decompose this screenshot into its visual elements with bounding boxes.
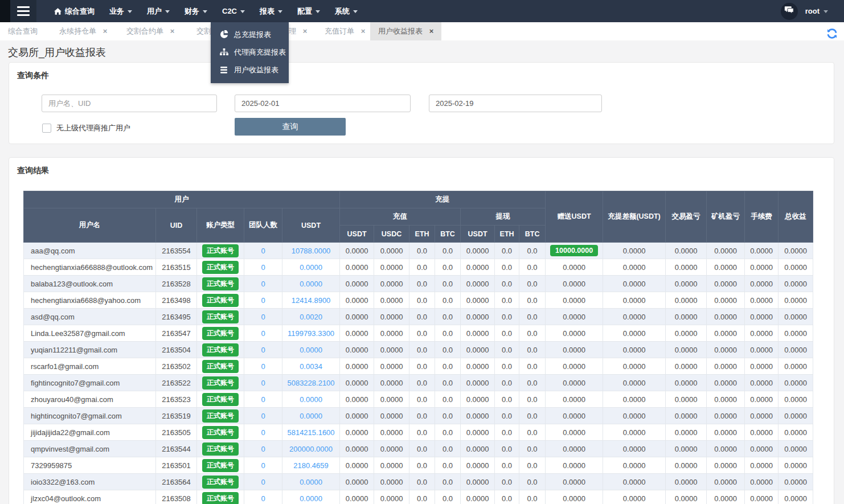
usdt-balance-link[interactable]: 200000.0000	[289, 445, 333, 453]
cell-dep-btc: 0.0	[435, 457, 461, 474]
cell-dep-eth: 0.0	[409, 292, 435, 309]
close-icon[interactable]: ×	[170, 27, 175, 35]
cell-dep-btc: 0.0	[435, 490, 461, 504]
cell-team: 0	[244, 325, 282, 342]
user-menu[interactable]: root	[805, 7, 828, 15]
team-count-link[interactable]: 0	[261, 346, 265, 354]
account-type-badge: 正式账号	[202, 459, 239, 472]
team-count-link[interactable]: 0	[261, 494, 265, 503]
list-icon	[219, 65, 228, 75]
date-to-input[interactable]	[429, 95, 602, 112]
tab-label: 理	[289, 27, 296, 35]
team-count-link[interactable]: 0	[261, 461, 265, 470]
cell-account-type: 正式账号	[197, 408, 244, 424]
no-agent-checkbox[interactable]: 无上级代理商推广用户	[42, 123, 130, 133]
team-count-link[interactable]: 0	[261, 313, 265, 321]
cell-wd-btc: 0.0	[519, 259, 546, 276]
usdt-balance-link[interactable]: 0.0000	[300, 346, 322, 354]
cell-dep-usdc: 0.0000	[374, 259, 409, 276]
cell-dep-btc: 0.0	[435, 276, 461, 292]
cell-trade-pl: 0.0000	[666, 292, 707, 309]
cell-wd-usdt: 0.0000	[461, 490, 495, 504]
usdt-balance-link[interactable]: 12414.8900	[292, 296, 331, 305]
usdt-balance-link[interactable]: 5814215.1600	[287, 428, 334, 437]
close-icon[interactable]: ×	[103, 27, 108, 35]
query-panel-title: 查询条件	[9, 63, 834, 80]
cell-wd-btc: 0.0	[519, 375, 546, 391]
cell-trade-pl: 0.0000	[666, 490, 707, 504]
team-count-link[interactable]: 0	[261, 395, 265, 404]
date-from-input[interactable]	[235, 95, 411, 112]
cell-miner-pl: 0.0000	[707, 259, 745, 276]
usdt-balance-link[interactable]: 1199793.3300	[288, 329, 334, 338]
cell-username: balaba123@outlook.com	[24, 276, 156, 292]
cell-username: hechengtianxia666888@outlook.com	[24, 259, 156, 276]
nav-menu-item[interactable]: 业务	[102, 0, 140, 22]
dropdown-item[interactable]: 用户收益报表	[211, 61, 289, 79]
cell-team: 0	[244, 243, 282, 259]
header-total: 总收益	[779, 191, 813, 243]
checkbox-box[interactable]	[42, 124, 51, 133]
nav-menu-item[interactable]: 配置	[290, 0, 327, 22]
dropdown-item[interactable]: 代理商充提报表	[211, 43, 289, 61]
usdt-balance-link[interactable]: 10788.0000	[292, 247, 331, 255]
team-count-link[interactable]: 0	[261, 263, 265, 272]
account-type-badge: 正式账号	[202, 442, 239, 456]
close-icon[interactable]: ×	[361, 27, 366, 35]
team-count-link[interactable]: 0	[261, 428, 265, 437]
team-count-link[interactable]: 0	[261, 379, 265, 387]
usdt-balance-link[interactable]: 0.0000	[300, 263, 322, 272]
team-count-link[interactable]: 0	[261, 280, 265, 288]
tab[interactable]: 用户收益报表 ×	[370, 22, 441, 40]
cell-diff: 0.0000	[603, 243, 666, 259]
cell-team: 0	[244, 375, 282, 391]
page-content: 交易所_用户收益报表 查询条件 无上级代理商推广用户 查询 查询结果	[0, 40, 844, 504]
tab[interactable]: 交割合约单 ×	[126, 22, 174, 40]
usdt-balance-link[interactable]: 0.0000	[300, 478, 322, 486]
nav-menu-item[interactable]: 综合查询	[47, 0, 102, 22]
close-icon[interactable]: ×	[429, 27, 434, 35]
usdt-balance-link[interactable]: 0.0000	[300, 494, 322, 503]
team-count-link[interactable]: 0	[261, 296, 265, 305]
nav-menu-item[interactable]: 报表	[252, 0, 290, 22]
usdt-balance-link[interactable]: 0.0000	[300, 280, 322, 288]
cell-wd-btc: 0.0	[519, 325, 546, 342]
tab[interactable]: 理 ×	[289, 22, 307, 40]
cell-wd-usdt: 0.0000	[461, 325, 495, 342]
team-count-link[interactable]: 0	[261, 247, 265, 255]
team-count-link[interactable]: 0	[261, 478, 265, 486]
cell-dep-usdt: 0.0000	[340, 292, 374, 309]
nav-menu-item[interactable]: 用户	[140, 0, 177, 22]
usdt-balance-link[interactable]: 0.0000	[300, 412, 322, 420]
header-group-user: 用户	[24, 191, 340, 208]
usdt-balance-link[interactable]: 0.0034	[300, 362, 322, 371]
keyword-input[interactable]	[42, 95, 217, 112]
tab[interactable]: 永续持仓单 ×	[59, 22, 107, 40]
team-count-link[interactable]: 0	[261, 329, 265, 338]
refresh-button[interactable]	[826, 27, 838, 40]
usdt-balance-link[interactable]: 2180.4659	[293, 461, 328, 470]
cell-uid: 2163502	[156, 358, 197, 375]
cell-miner-pl: 0.0000	[707, 441, 745, 457]
close-icon[interactable]: ×	[303, 27, 308, 35]
search-button[interactable]: 查询	[235, 118, 346, 136]
dropdown-item[interactable]: 总充提报表	[211, 26, 289, 43]
tab-label: 综合查询	[8, 27, 38, 35]
messages-button[interactable]	[781, 3, 798, 20]
usdt-balance-link[interactable]: 0.0020	[300, 313, 322, 321]
tab[interactable]: 综合查询	[8, 22, 38, 40]
usdt-balance-link[interactable]: 0.0000	[300, 395, 322, 404]
team-count-link[interactable]: 0	[261, 362, 265, 371]
usdt-balance-link[interactable]: 5083228.2100	[287, 379, 334, 387]
cell-account-type: 正式账号	[197, 358, 244, 375]
nav-menu-item[interactable]: 财务	[177, 0, 215, 22]
team-count-link[interactable]: 0	[261, 412, 265, 420]
nav-menu-item[interactable]: C2C	[215, 0, 252, 22]
tab[interactable]: 充值订单 ×	[325, 22, 365, 40]
hamburger-menu-button[interactable]	[10, 0, 36, 22]
nav-menu-item[interactable]: 系统	[327, 0, 365, 22]
table-row: fightincognito7@gmail.com 2163522 正式账号 0…	[24, 375, 813, 391]
team-count-link[interactable]: 0	[261, 445, 265, 453]
cell-fee: 0.0000	[745, 259, 779, 276]
username-label: root	[805, 7, 820, 15]
